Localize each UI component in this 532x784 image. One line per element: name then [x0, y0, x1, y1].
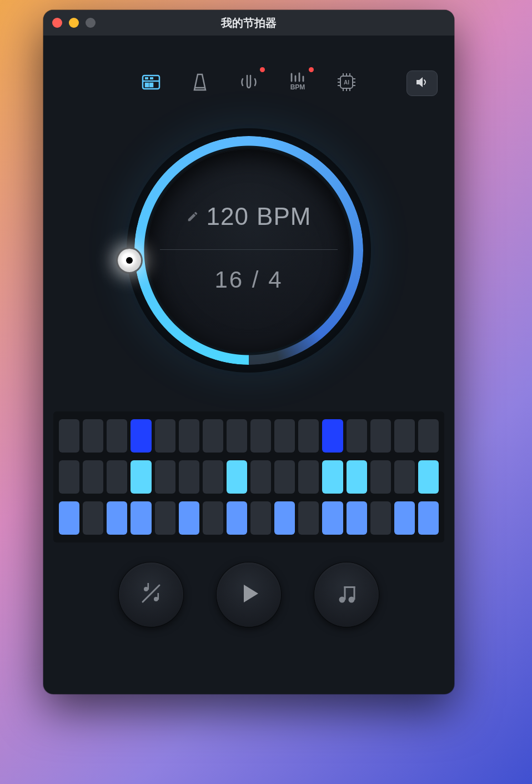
tab-metronome[interactable]: [185, 69, 214, 98]
bpm-value: 120: [207, 203, 249, 230]
speaker-button[interactable]: [406, 71, 438, 96]
svg-rect-32: [344, 586, 346, 600]
beat-cell[interactable]: [322, 460, 343, 494]
beat-cell[interactable]: [418, 501, 439, 535]
beat-cell[interactable]: [370, 419, 391, 453]
beat-cell[interactable]: [394, 460, 415, 494]
window-controls: [52, 18, 96, 28]
beat-cell[interactable]: [203, 460, 223, 494]
beat-cell[interactable]: [322, 501, 343, 535]
badge-dot: [309, 67, 314, 72]
beat-cell[interactable]: [59, 501, 79, 535]
titlebar: 我的节拍器: [43, 10, 454, 36]
beat-cell[interactable]: [179, 501, 199, 535]
beat-cell[interactable]: [250, 419, 271, 453]
beat-cell[interactable]: [59, 460, 79, 494]
tempo-dial[interactable]: 120 BPM 16 / 4: [127, 128, 371, 373]
tab-drum-machine[interactable]: [137, 69, 165, 98]
beat-cell[interactable]: [370, 460, 391, 494]
beat-cell[interactable]: [394, 419, 415, 453]
beat-cell[interactable]: [155, 460, 175, 494]
beat-cell[interactable]: [227, 501, 247, 535]
tab-ai[interactable]: AI: [332, 69, 361, 98]
beat-cell[interactable]: [227, 419, 247, 453]
beat-cell[interactable]: [298, 460, 319, 494]
beat-cell[interactable]: [347, 460, 367, 494]
beat-cell[interactable]: [131, 419, 151, 453]
drum-machine-icon: [140, 71, 162, 96]
svg-rect-2: [145, 83, 148, 87]
tab-bpm-detector[interactable]: BPM: [283, 69, 312, 98]
play-icon: [236, 582, 262, 607]
beat-cell[interactable]: [131, 460, 151, 494]
svg-rect-4: [145, 77, 148, 79]
grid-row: [59, 501, 439, 535]
beat-cell[interactable]: [107, 419, 127, 453]
beat-cell[interactable]: [394, 501, 415, 535]
minimize-button[interactable]: [69, 18, 79, 28]
svg-text:BPM: BPM: [290, 83, 305, 91]
tuner-icon: [238, 71, 260, 96]
beat-cell[interactable]: [250, 460, 271, 494]
beat-cell[interactable]: [155, 419, 175, 453]
bpm-detector-icon: BPM: [287, 71, 309, 96]
mode-toolbar: BPM AI: [43, 69, 454, 98]
beat-cell[interactable]: [274, 501, 295, 535]
sound-icon: [334, 581, 359, 609]
svg-text:AI: AI: [344, 79, 349, 86]
dial-knob[interactable]: [118, 249, 141, 272]
speaker-icon: [414, 74, 430, 92]
beat-cell[interactable]: [370, 501, 391, 535]
time-signature[interactable]: 16 / 4: [214, 267, 283, 293]
subdivide-button[interactable]: [119, 562, 183, 627]
beat-cell[interactable]: [347, 501, 367, 535]
window-title: 我的节拍器: [43, 16, 454, 31]
metronome-icon: [189, 71, 211, 96]
beat-cell[interactable]: [59, 419, 79, 453]
beat-cell[interactable]: [83, 460, 103, 494]
beat-cell[interactable]: [83, 501, 103, 535]
beat-cell[interactable]: [203, 419, 223, 453]
svg-rect-34: [354, 586, 355, 600]
subdivide-icon: [138, 581, 164, 609]
tempo-dial-area: 120 BPM 16 / 4: [43, 128, 454, 373]
svg-rect-5: [150, 77, 153, 79]
beat-cell[interactable]: [347, 419, 367, 453]
bpm-display[interactable]: 120 BPM: [187, 203, 312, 230]
play-button[interactable]: [217, 562, 281, 627]
dial-face: 120 BPM 16 / 4: [147, 148, 351, 353]
beat-cell[interactable]: [203, 501, 223, 535]
beat-cell[interactable]: [418, 419, 439, 453]
grid-row: [59, 419, 439, 453]
beat-cell[interactable]: [274, 419, 295, 453]
edit-icon[interactable]: [187, 210, 199, 223]
sound-select-button[interactable]: [314, 562, 379, 627]
beat-cell[interactable]: [179, 419, 199, 453]
svg-rect-27: [148, 583, 149, 590]
badge-dot: [260, 67, 265, 72]
beat-cell[interactable]: [155, 501, 175, 535]
beat-cell[interactable]: [107, 501, 127, 535]
grid-row: [59, 460, 439, 494]
beat-cell[interactable]: [298, 501, 319, 535]
beat-cell[interactable]: [107, 460, 127, 494]
beat-cell[interactable]: [227, 460, 247, 494]
close-button[interactable]: [52, 18, 62, 28]
beat-grid: [53, 411, 444, 542]
beat-cell[interactable]: [131, 501, 151, 535]
beat-cell[interactable]: [179, 460, 199, 494]
transport-controls: [43, 562, 454, 627]
tab-tuner[interactable]: [234, 69, 263, 98]
app-window: 我的节拍器: [43, 10, 454, 694]
zoom-button-disabled: [86, 18, 96, 28]
svg-rect-35: [344, 586, 355, 588]
beat-cell[interactable]: [250, 501, 271, 535]
bpm-unit: BPM: [257, 203, 311, 230]
beat-cell[interactable]: [418, 460, 439, 494]
svg-rect-29: [158, 593, 159, 600]
svg-rect-3: [150, 83, 153, 87]
beat-cell[interactable]: [322, 419, 343, 453]
beat-cell[interactable]: [274, 460, 295, 494]
beat-cell[interactable]: [83, 419, 103, 453]
beat-cell[interactable]: [298, 419, 319, 453]
